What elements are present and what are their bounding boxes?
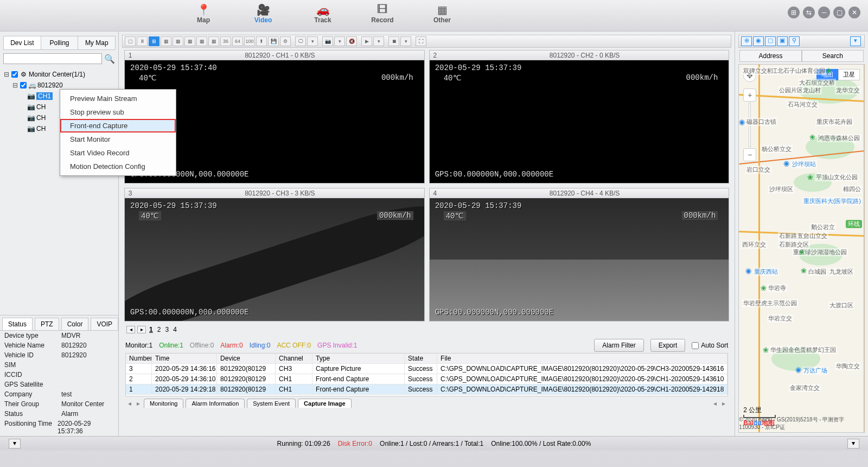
sync-button[interactable]: ⇆	[803, 7, 815, 18]
col-state[interactable]: State	[405, 354, 437, 363]
log-row[interactable]: 1 2020-05-29 14:29:18 8012920(80129 CH1 …	[126, 384, 727, 395]
tab-monitoring[interactable]: Monitoring	[144, 399, 183, 408]
device-search-input[interactable]	[3, 53, 102, 64]
tab-voip[interactable]: VOIP	[91, 318, 118, 330]
tab-system-event[interactable]: System Event	[247, 399, 296, 408]
video-cell-4[interactable]: 48012920 - CH4 - 4 KB/S 2020-05-29 15:37…	[429, 188, 730, 321]
pause-button[interactable]: ⏸	[137, 36, 148, 46]
mute-button[interactable]: 🔇	[346, 36, 357, 46]
tab-capture-image[interactable]: Capture Image	[298, 399, 351, 408]
tab-status[interactable]: Status	[2, 318, 33, 330]
save-layout-button[interactable]: 💾	[268, 36, 279, 46]
ctx-preview-main[interactable]: Preview Main Stream	[60, 92, 176, 105]
layout-1-button[interactable]: ▢	[125, 36, 136, 46]
nav-video[interactable]: 🎥Video	[233, 0, 293, 24]
page-1[interactable]: 1	[149, 326, 153, 333]
layout-6-button[interactable]: ▦	[161, 36, 171, 46]
layout-9-button[interactable]: ▦	[184, 36, 195, 46]
log-row[interactable]: 2 2020-05-29 14:36:10 8012920(80129 CH1 …	[126, 374, 727, 384]
tree-root[interactable]: Monitor Center(1/1)	[29, 71, 85, 78]
nav-record[interactable]: 🎞Record	[353, 0, 412, 24]
footer-toggle-left[interactable]: ▾	[9, 439, 21, 449]
ctx-start-monitor[interactable]: Start Monitor	[60, 132, 176, 146]
stop-button[interactable]: ⏹	[388, 36, 399, 46]
page-2[interactable]: 2	[157, 326, 161, 333]
layout-25-button[interactable]: ▦	[208, 36, 219, 46]
map-tab-search[interactable]: Search	[802, 50, 864, 62]
export-button[interactable]: Export	[650, 339, 686, 352]
nav-track[interactable]: 🚗Track	[293, 0, 353, 24]
tree-ch1[interactable]: CH1	[36, 92, 53, 100]
ctx-front-capture[interactable]: Front-end Capture	[60, 119, 176, 132]
col-device[interactable]: Device	[217, 354, 276, 363]
nav-other[interactable]: ▦Other	[412, 0, 472, 24]
tab-polling[interactable]: Polling	[41, 36, 79, 49]
tree-ch3[interactable]: CH	[36, 114, 46, 122]
nav-map[interactable]: 📍Map	[174, 0, 233, 24]
ctx-stop-sub[interactable]: Stop preview sub	[60, 105, 176, 119]
col-number[interactable]: Number	[126, 354, 152, 363]
tabs-scroll-prev[interactable]: ◂	[711, 400, 719, 407]
map-tool-1[interactable]: ⊕	[741, 36, 752, 46]
close-button[interactable]: ✕	[848, 7, 860, 18]
fullscreen-button[interactable]: ⛶	[416, 36, 426, 46]
tree-ch4[interactable]: CH	[36, 125, 46, 132]
map-canvas[interactable]: ✥ + − 地图 卫星 双碑立交桥 江北石子山体育公园❀ 大石坝立交桥 公园片区…	[738, 64, 865, 433]
tab-devlist[interactable]: Dev List	[3, 36, 41, 49]
col-type[interactable]: Type	[312, 354, 405, 363]
snapshot-button[interactable]: 📷	[322, 36, 333, 46]
tree-device[interactable]: 8012920	[37, 81, 63, 89]
map-tool-4[interactable]: ▣	[777, 36, 788, 46]
layout-36-button[interactable]: 36	[220, 36, 231, 46]
map-tool-2[interactable]: ◉	[753, 36, 764, 46]
page-prev[interactable]: ◂	[126, 326, 135, 333]
page-next[interactable]: ▸	[137, 326, 146, 333]
map-type-satellite[interactable]: 卫星	[838, 69, 860, 80]
map-tab-address[interactable]: Address	[739, 50, 801, 62]
video-cell-2[interactable]: 28012920 - CH2 - 0 KB/S 2020-05-29 15:37…	[429, 50, 730, 184]
tabs-next[interactable]: ▸	[134, 400, 143, 407]
tab-ptz[interactable]: PTZ	[35, 318, 59, 330]
tabs-prev[interactable]: ◂	[125, 400, 134, 407]
layout-4-button[interactable]: ⊞	[149, 36, 159, 46]
page-3[interactable]: 3	[165, 326, 169, 333]
tab-mymap[interactable]: My Map	[78, 36, 116, 49]
map-zoom-out[interactable]: −	[743, 148, 756, 161]
alarm-filter-button[interactable]: Alarm Filter	[594, 339, 643, 352]
ctx-motion[interactable]: Motion Detection Config	[60, 160, 176, 173]
layout-64-button[interactable]: 64	[232, 36, 243, 46]
dropdown-icon[interactable]: ▾	[373, 36, 384, 46]
tree-checkbox[interactable]	[11, 71, 18, 78]
col-channel[interactable]: Channel	[276, 354, 312, 363]
tab-alarm-info[interactable]: Alarm Information	[186, 399, 245, 408]
log-row[interactable]: 3 2020-05-29 14:36:16 8012920(80129 CH3 …	[126, 364, 727, 374]
map-tool-5[interactable]: ⚲	[789, 36, 800, 46]
auto-sort-checkbox[interactable]: Auto Sort	[692, 342, 728, 349]
map-zoom-in[interactable]: +	[743, 89, 756, 102]
play-button[interactable]: ▶	[361, 36, 372, 46]
tree-checkbox[interactable]	[20, 82, 27, 89]
footer-toggle-right[interactable]: ▾	[847, 439, 859, 449]
maximize-button[interactable]: ▢	[833, 7, 845, 18]
grid-button[interactable]: ⊞	[788, 7, 800, 18]
collapse-icon[interactable]: ⊟	[12, 81, 18, 89]
tree-ch2[interactable]: CH	[36, 103, 46, 111]
layout-16-button[interactable]: ▦	[196, 36, 207, 46]
page-4[interactable]: 4	[173, 326, 177, 333]
settings-button[interactable]: ⚙	[280, 36, 291, 46]
tab-color[interactable]: Color	[61, 318, 89, 330]
upload-button[interactable]: ⬆	[256, 36, 267, 46]
layout-8-button[interactable]: ▦	[173, 36, 183, 46]
tabs-scroll-next[interactable]: ▸	[719, 400, 728, 407]
layout-100-button[interactable]: 100	[244, 36, 255, 46]
minimize-button[interactable]: ─	[818, 7, 830, 18]
collapse-icon[interactable]: ⊟	[3, 71, 10, 78]
map-tool-3[interactable]: ▢	[765, 36, 776, 46]
monitor-button[interactable]: 🖵	[295, 36, 306, 46]
dropdown-icon[interactable]: ▾	[307, 36, 318, 46]
search-icon[interactable]: 🔍	[104, 54, 115, 64]
dropdown-icon[interactable]: ▾	[400, 36, 411, 46]
dropdown-icon[interactable]: ▾	[334, 36, 345, 46]
col-file[interactable]: File	[437, 354, 727, 363]
map-expand[interactable]: ▾	[850, 36, 861, 46]
